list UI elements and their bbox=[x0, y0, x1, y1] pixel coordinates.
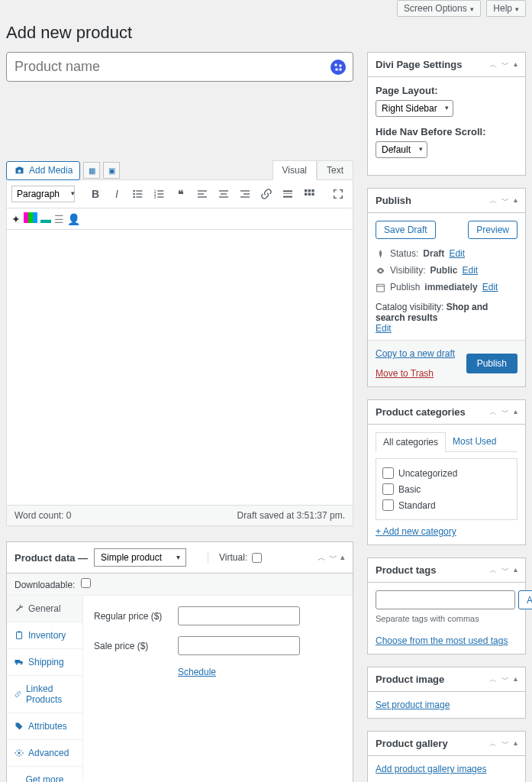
toolbar-toggle-icon[interactable] bbox=[299, 184, 319, 204]
chevron-up-icon[interactable]: ︿ bbox=[489, 674, 497, 685]
editor-content-area[interactable] bbox=[7, 230, 353, 505]
user-icon[interactable]: 👤 bbox=[67, 213, 80, 225]
tab-all-categories[interactable]: All categories bbox=[376, 432, 446, 452]
sale-price-input[interactable] bbox=[178, 636, 300, 655]
format-select[interactable]: Paragraph bbox=[11, 186, 75, 202]
fullscreen-icon[interactable] bbox=[328, 184, 348, 204]
chevron-down-icon[interactable]: ﹀ bbox=[501, 565, 509, 576]
svg-rect-24 bbox=[305, 189, 307, 192]
bold-icon[interactable]: B bbox=[85, 184, 105, 204]
tab-most-used[interactable]: Most Used bbox=[446, 432, 503, 451]
link-icon[interactable] bbox=[256, 184, 276, 204]
align-center-icon[interactable] bbox=[214, 184, 234, 204]
save-draft-button[interactable]: Save Draft bbox=[376, 221, 436, 239]
woo-blocks-icon[interactable] bbox=[24, 212, 37, 225]
chevron-up-icon[interactable]: ︿ bbox=[489, 196, 497, 206]
quote-icon[interactable]: ❝ bbox=[171, 184, 191, 204]
edit-visibility-link[interactable]: Edit bbox=[462, 265, 478, 276]
tab-inventory[interactable]: Inventory bbox=[7, 622, 82, 649]
readmore-icon[interactable] bbox=[278, 184, 298, 204]
screen-options-button[interactable]: Screen Options bbox=[397, 0, 481, 17]
bullet-list-icon[interactable] bbox=[128, 184, 148, 204]
tab-shipping[interactable]: Shipping bbox=[7, 649, 82, 676]
category-checkbox[interactable] bbox=[382, 467, 394, 479]
downloadable-checkbox[interactable] bbox=[81, 578, 91, 588]
svg-rect-16 bbox=[221, 193, 227, 194]
svg-rect-28 bbox=[308, 193, 311, 196]
tab-general[interactable]: General bbox=[7, 596, 82, 622]
add-tag-button[interactable]: Add bbox=[518, 590, 532, 609]
tab-text[interactable]: Text bbox=[317, 160, 353, 180]
tab-advanced[interactable]: Advanced bbox=[7, 740, 82, 767]
svg-rect-18 bbox=[240, 190, 250, 191]
triangle-up-icon[interactable]: ▴ bbox=[514, 196, 517, 206]
chevron-down-icon[interactable]: ﹀ bbox=[329, 552, 337, 564]
set-product-image-link[interactable]: Set product image bbox=[376, 700, 450, 710]
form-builder-icon[interactable]: ▦ bbox=[83, 162, 100, 179]
hr-icon[interactable]: ☰ bbox=[54, 213, 64, 225]
tag-icon bbox=[15, 722, 24, 731]
add-category-link[interactable]: + Add new category bbox=[376, 526, 456, 537]
numbered-list-icon[interactable]: 123 bbox=[150, 184, 169, 204]
chevron-up-icon[interactable]: ︿ bbox=[489, 407, 497, 418]
chevron-down-icon[interactable]: ﹀ bbox=[501, 674, 509, 685]
preview-button[interactable]: Preview bbox=[468, 221, 517, 239]
svg-rect-30 bbox=[17, 632, 22, 639]
tab-get-more[interactable]: Get more options bbox=[7, 767, 82, 782]
regular-price-input[interactable] bbox=[178, 606, 300, 625]
publish-button[interactable]: Publish bbox=[466, 354, 517, 373]
triangle-up-icon[interactable]: ▴ bbox=[514, 407, 517, 418]
choose-tags-link[interactable]: Choose from the most used tags bbox=[376, 635, 508, 646]
page-layout-select[interactable]: Right Sidebar bbox=[376, 100, 453, 117]
product-title-input[interactable] bbox=[6, 52, 353, 82]
tab-linked-products[interactable]: Linked Products bbox=[7, 676, 82, 713]
chevron-down-icon[interactable]: ﹀ bbox=[501, 738, 509, 749]
divider-icon[interactable]: ▬ bbox=[40, 213, 51, 225]
triangle-up-icon[interactable]: ▴ bbox=[514, 738, 517, 749]
camera-icon bbox=[14, 165, 25, 176]
triangle-up-icon[interactable]: ▴ bbox=[340, 552, 345, 564]
builder-badge-icon[interactable] bbox=[330, 60, 346, 75]
chevron-down-icon[interactable]: ﹀ bbox=[501, 407, 509, 418]
schedule-link[interactable]: Schedule bbox=[178, 667, 216, 677]
product-type-select[interactable]: Simple product bbox=[94, 548, 186, 567]
add-media-button[interactable]: Add Media bbox=[6, 161, 80, 180]
svg-rect-26 bbox=[311, 189, 314, 192]
shortcode-icon[interactable]: ▣ bbox=[103, 162, 120, 179]
triangle-up-icon[interactable]: ▴ bbox=[514, 674, 517, 685]
svg-rect-14 bbox=[198, 196, 207, 197]
tags-input[interactable] bbox=[376, 590, 515, 609]
edit-publish-link[interactable]: Edit bbox=[482, 282, 498, 292]
tab-attributes[interactable]: Attributes bbox=[7, 713, 82, 740]
chevron-up-icon[interactable]: ︿ bbox=[489, 565, 497, 576]
svg-text:3: 3 bbox=[154, 196, 156, 199]
align-right-icon[interactable] bbox=[235, 184, 255, 204]
chevron-down-icon[interactable]: ﹀ bbox=[501, 60, 509, 70]
edit-catalog-link[interactable]: Edit bbox=[376, 323, 392, 334]
link-icon bbox=[15, 690, 21, 699]
category-checkbox[interactable] bbox=[382, 483, 394, 495]
triangle-up-icon[interactable]: ▴ bbox=[514, 60, 517, 70]
italic-icon[interactable]: I bbox=[107, 184, 127, 204]
category-checkbox[interactable] bbox=[382, 499, 394, 511]
svg-point-32 bbox=[18, 752, 21, 755]
emoji-icon[interactable]: ✦ bbox=[11, 213, 21, 225]
help-button[interactable]: Help bbox=[486, 0, 526, 17]
copy-draft-link[interactable]: Copy to a new draft bbox=[376, 348, 455, 359]
align-left-icon[interactable] bbox=[192, 184, 212, 204]
chevron-up-icon[interactable]: ︿ bbox=[489, 60, 497, 70]
move-to-trash-link[interactable]: Move to Trash bbox=[376, 368, 455, 379]
calendar-icon bbox=[376, 283, 385, 292]
virtual-label: Virtual: bbox=[219, 552, 247, 563]
triangle-up-icon[interactable]: ▴ bbox=[514, 565, 517, 576]
virtual-checkbox[interactable] bbox=[252, 553, 262, 563]
edit-status-link[interactable]: Edit bbox=[449, 248, 465, 259]
chevron-down-icon[interactable]: ﹀ bbox=[501, 196, 509, 206]
draft-saved-label: Draft saved at 3:51:37 pm. bbox=[237, 510, 345, 521]
chevron-up-icon[interactable]: ︿ bbox=[489, 738, 497, 749]
svg-rect-11 bbox=[157, 196, 163, 197]
add-gallery-images-link[interactable]: Add product gallery images bbox=[376, 764, 486, 774]
chevron-up-icon[interactable]: ︿ bbox=[318, 552, 326, 564]
hide-nav-select[interactable]: Default bbox=[376, 141, 427, 158]
tab-visual[interactable]: Visual bbox=[272, 160, 317, 180]
